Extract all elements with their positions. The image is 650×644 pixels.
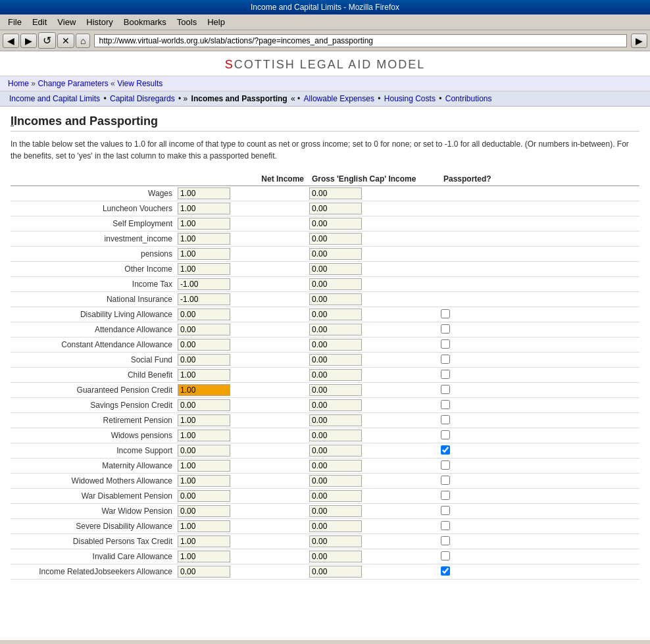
table-row: Income RelatedJobseekers Allowance	[11, 564, 639, 580]
breadcrumb-view-results[interactable]: View Results	[117, 79, 162, 88]
gross-income-input[interactable]	[309, 414, 362, 426]
passported-checkbox[interactable]	[441, 551, 450, 560]
net-income-input[interactable]	[178, 384, 230, 396]
nav-housing-costs[interactable]: Housing Costs	[384, 94, 436, 103]
net-income-input[interactable]	[178, 339, 230, 351]
net-income-input[interactable]	[178, 475, 230, 487]
net-income-input[interactable]	[178, 263, 230, 275]
menu-bookmarks[interactable]: Bookmarks	[118, 16, 172, 28]
passported-checkbox[interactable]	[441, 339, 450, 349]
gross-income-input[interactable]	[309, 248, 362, 260]
gross-income-input[interactable]	[309, 218, 362, 230]
net-income-input[interactable]	[178, 293, 230, 305]
passported-checkbox[interactable]	[441, 385, 450, 394]
row-net-income	[175, 504, 307, 519]
net-income-input[interactable]	[178, 233, 230, 245]
passported-checkbox[interactable]	[441, 355, 450, 364]
menu-edit[interactable]: Edit	[27, 16, 52, 28]
passported-checkbox[interactable]	[441, 445, 450, 455]
net-income-input[interactable]	[178, 430, 230, 441]
net-income-input[interactable]	[178, 551, 230, 562]
nav-allowable-expenses[interactable]: Allowable Expenses	[304, 94, 374, 103]
net-income-input[interactable]	[178, 203, 230, 214]
gross-income-input[interactable]	[309, 354, 362, 366]
net-income-input[interactable]	[178, 354, 230, 366]
gross-income-input[interactable]	[309, 535, 362, 547]
window-title: Income and Capital Limits - Mozilla Fire…	[251, 3, 399, 12]
passported-checkbox[interactable]	[441, 430, 450, 439]
gross-income-input[interactable]	[309, 293, 362, 305]
menu-view[interactable]: View	[52, 16, 81, 28]
passported-checkbox[interactable]	[441, 566, 450, 576]
gross-income-input[interactable]	[309, 460, 362, 472]
net-income-input[interactable]	[178, 520, 230, 532]
nav-incomes-passporting[interactable]: Incomes and Passporting	[191, 94, 288, 103]
passported-checkbox[interactable]	[441, 521, 450, 530]
row-passported	[438, 201, 639, 216]
passported-checkbox[interactable]	[441, 460, 450, 470]
gross-income-input[interactable]	[309, 399, 362, 411]
gross-income-input[interactable]	[309, 430, 362, 441]
menu-history[interactable]: History	[81, 16, 118, 28]
gross-income-input[interactable]	[309, 203, 362, 214]
net-income-input[interactable]	[178, 187, 230, 199]
gross-income-input[interactable]	[309, 324, 362, 335]
menu-file[interactable]: File	[3, 16, 27, 28]
passported-checkbox[interactable]	[441, 491, 450, 500]
gross-income-input[interactable]	[309, 369, 362, 381]
passported-checkbox[interactable]	[441, 370, 450, 379]
gross-income-input[interactable]	[309, 475, 362, 487]
passported-checkbox[interactable]	[441, 506, 450, 515]
net-income-input[interactable]	[178, 445, 230, 457]
gross-income-input[interactable]	[309, 445, 362, 457]
table-row: Income Tax	[11, 277, 639, 292]
gross-income-input[interactable]	[309, 309, 362, 320]
stop-button[interactable]: ✕	[57, 34, 74, 48]
nav-contributions[interactable]: Contributions	[445, 94, 492, 103]
gross-income-input[interactable]	[309, 384, 362, 396]
breadcrumb-change-parameters[interactable]: Change Parameters	[38, 79, 108, 88]
forward-button[interactable]: ▶	[20, 34, 37, 48]
gross-income-input[interactable]	[309, 566, 362, 578]
gross-income-input[interactable]	[309, 505, 362, 517]
net-income-input[interactable]	[178, 414, 230, 426]
passported-checkbox[interactable]	[441, 415, 450, 424]
net-income-input[interactable]	[178, 309, 230, 320]
gross-income-input[interactable]	[309, 339, 362, 351]
net-income-input[interactable]	[178, 460, 230, 472]
menu-tools[interactable]: Tools	[172, 16, 202, 28]
refresh-button[interactable]: ↺	[38, 32, 56, 49]
gross-income-input[interactable]	[309, 233, 362, 245]
home-button[interactable]: ⌂	[76, 34, 90, 48]
net-income-input[interactable]	[178, 535, 230, 547]
net-income-input[interactable]	[178, 505, 230, 517]
gross-income-input[interactable]	[309, 263, 362, 275]
net-income-input[interactable]	[178, 490, 230, 502]
net-income-input[interactable]	[178, 248, 230, 260]
net-income-input[interactable]	[178, 369, 230, 381]
table-row: Other Income	[11, 262, 639, 277]
net-income-input[interactable]	[178, 324, 230, 335]
back-button[interactable]: ◀	[3, 34, 19, 48]
nav-income-capital[interactable]: Income and Capital Limits	[9, 94, 100, 103]
passported-checkbox[interactable]	[441, 400, 450, 409]
row-passported	[438, 186, 639, 201]
go-button[interactable]: ▶	[631, 34, 647, 48]
passported-checkbox[interactable]	[441, 324, 450, 334]
breadcrumb-home[interactable]: Home	[8, 79, 29, 88]
net-income-input[interactable]	[178, 399, 230, 411]
passported-checkbox[interactable]	[441, 476, 450, 485]
gross-income-input[interactable]	[309, 551, 362, 562]
passported-checkbox[interactable]	[441, 536, 450, 545]
gross-income-input[interactable]	[309, 187, 362, 199]
passported-checkbox[interactable]	[441, 309, 450, 318]
url-input[interactable]	[99, 36, 622, 45]
net-income-input[interactable]	[178, 566, 230, 578]
net-income-input[interactable]	[178, 278, 230, 290]
gross-income-input[interactable]	[309, 520, 362, 532]
nav-capital-disregards[interactable]: Capital Disregards	[110, 94, 175, 103]
net-income-input[interactable]	[178, 218, 230, 230]
gross-income-input[interactable]	[309, 278, 362, 290]
gross-income-input[interactable]	[309, 490, 362, 502]
menu-help[interactable]: Help	[202, 16, 230, 28]
